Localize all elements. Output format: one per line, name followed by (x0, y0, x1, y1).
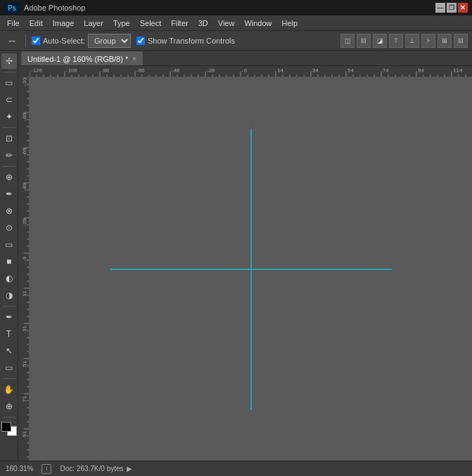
canvas-scroll[interactable] (30, 77, 472, 461)
status-bar: 160.31% i Doc: 263.7K/0 bytes ▶ (0, 461, 472, 476)
crop-tool[interactable]: ⊡ (1, 131, 17, 146)
show-transform-label: Show Transform Controls (148, 37, 235, 45)
align-center-icon[interactable]: ⊟ (357, 34, 371, 48)
path-select-tool[interactable]: ↖ (1, 343, 17, 359)
hand-tool[interactable]: ✋ (1, 382, 17, 397)
menu-item-window[interactable]: Window (240, 18, 276, 29)
tool-separator-1 (3, 72, 15, 72)
auto-select-checkbox[interactable] (32, 37, 40, 45)
tool-separator-6 (3, 417, 15, 418)
lasso-tool[interactable]: ⊂ (1, 92, 17, 108)
ruler-h-canvas (30, 66, 472, 77)
status-info-icon[interactable]: i (42, 464, 51, 474)
menu-item-edit[interactable]: Edit (25, 18, 47, 29)
ruler-corner (18, 66, 30, 77)
auto-select-option: Auto-Select: Group Layer (32, 34, 131, 48)
minimize-button[interactable]: — (435, 3, 445, 13)
menu-item-select[interactable]: Select (136, 18, 166, 29)
tool-separator-2 (3, 127, 15, 128)
tab-title: Untitled-1 @ 160% (RGB/8) * (27, 55, 128, 63)
title-text: Adobe Photoshop (24, 4, 85, 12)
brush-tool[interactable]: ✒ (1, 186, 17, 202)
crosshair-vertical (250, 129, 251, 410)
color-swatches[interactable] (1, 422, 17, 436)
canvas-area: Untitled-1 @ 160% (RGB/8) * × (18, 51, 472, 461)
zoom-value: 160.31% (6, 465, 33, 472)
align-middle-icon[interactable]: ⊥ (405, 34, 419, 48)
menu-item-3d[interactable]: 3D (194, 18, 212, 29)
menu-item-type[interactable]: Type (109, 18, 134, 29)
tab-close-button[interactable]: × (132, 55, 136, 63)
history-tool[interactable]: ⊙ (1, 220, 17, 236)
align-right-icon[interactable]: ◪ (373, 34, 387, 48)
workspace: ✢ ▭ ⊂ ✦ ⊡ ✏ ⊕ ✒ ⊗ ⊙ ▭ ■ ◐ ◑ ✒ T ↖ ▭ ✋ ⊕ (0, 51, 472, 461)
title-bar-controls[interactable]: — ❐ ✕ (435, 3, 468, 13)
align-left-icon[interactable]: ◫ (340, 34, 355, 48)
menu-item-filter[interactable]: Filter (167, 18, 192, 29)
distribute-v-icon[interactable]: ⊟ (454, 34, 468, 48)
close-button[interactable]: ✕ (458, 3, 468, 13)
menu-item-view[interactable]: View (214, 18, 239, 29)
align-top-icon[interactable]: ⊤ (389, 34, 403, 48)
ps-logo: Ps (4, 2, 20, 13)
title-bar-left: Ps Adobe Photoshop (4, 2, 85, 13)
options-right-icons: ◫ ⊟ ◪ ⊤ ⊥ ⊦ ⊞ ⊟ (340, 34, 468, 48)
tool-separator-5 (3, 378, 15, 379)
tool-separator-4 (3, 306, 15, 307)
healing-tool[interactable]: ⊕ (1, 169, 17, 185)
auto-select-label: Auto-Select: (43, 37, 85, 45)
tool-separator-3 (3, 166, 15, 167)
ruler-vertical (18, 77, 30, 461)
left-toolbar: ✢ ▭ ⊂ ✦ ⊡ ✏ ⊕ ✒ ⊗ ⊙ ▭ ■ ◐ ◑ ✒ T ↖ ▭ ✋ ⊕ (0, 51, 18, 461)
options-divider-1 (25, 34, 26, 47)
menu-item-layer[interactable]: Layer (79, 18, 108, 29)
align-bottom-icon[interactable]: ⊦ (421, 34, 435, 48)
title-bar: Ps Adobe Photoshop — ❐ ✕ (0, 0, 472, 15)
menu-bar: FileEditImageLayerTypeSelectFilter3DView… (0, 15, 472, 31)
canvas-tab[interactable]: Untitled-1 @ 160% (RGB/8) * × (21, 51, 143, 65)
distribute-h-icon[interactable]: ⊞ (438, 34, 452, 48)
ruler-horizontal (30, 66, 472, 77)
auto-select-dropdown[interactable]: Group Layer (88, 34, 131, 48)
eyedropper-tool[interactable]: ✏ (1, 148, 17, 163)
menu-item-file[interactable]: File (3, 18, 24, 29)
magic-wand-tool[interactable]: ✦ (1, 109, 17, 124)
blur-tool[interactable]: ◐ (1, 271, 17, 286)
zoom-tool[interactable]: ⊕ (1, 399, 17, 414)
show-transform-checkbox[interactable] (136, 37, 145, 45)
crosshair-horizontal (110, 269, 392, 269)
clone-tool[interactable]: ⊗ (1, 203, 17, 219)
foreground-color[interactable] (1, 422, 11, 432)
shape-tool[interactable]: ▭ (1, 360, 17, 375)
type-tool[interactable]: T (1, 326, 17, 342)
tab-bar: Untitled-1 @ 160% (RGB/8) * × (18, 51, 472, 66)
maximize-button[interactable]: ❐ (447, 3, 457, 13)
pen-tool[interactable]: ✒ (1, 309, 17, 325)
status-arrow[interactable]: ▶ (127, 465, 132, 472)
move-tool[interactable]: ✢ (1, 53, 17, 69)
doc-size-label: Doc: 263.7K/0 bytes (60, 465, 123, 472)
status-doc-info: Doc: 263.7K/0 bytes ▶ (60, 465, 132, 472)
move-tool-icon: ↔ (4, 33, 20, 49)
select-rect-tool[interactable]: ▭ (1, 75, 17, 91)
menu-item-image[interactable]: Image (49, 18, 79, 29)
options-bar: ↔ Auto-Select: Group Layer Show Transfor… (0, 31, 472, 51)
gradient-tool[interactable]: ■ (1, 254, 17, 269)
show-transform-option: Show Transform Controls (136, 37, 235, 45)
status-zoom: 160.31% (6, 465, 33, 472)
menu-item-help[interactable]: Help (278, 18, 302, 29)
eraser-tool[interactable]: ▭ (1, 237, 17, 252)
ruler-v-canvas (18, 77, 29, 461)
dodge-tool[interactable]: ◑ (1, 288, 17, 303)
